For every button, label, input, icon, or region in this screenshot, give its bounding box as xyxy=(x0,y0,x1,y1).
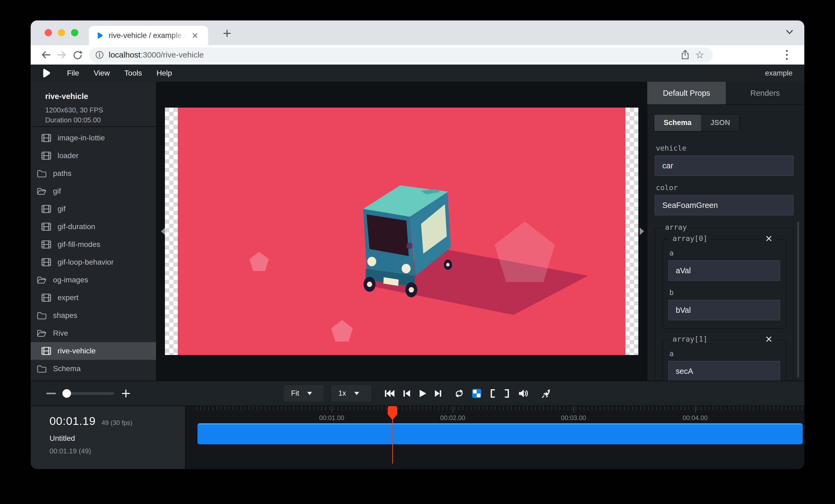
minimize-window-button[interactable] xyxy=(58,29,65,36)
loop-icon xyxy=(454,388,464,398)
sidebar-folder-rive[interactable]: Rive xyxy=(30,324,156,342)
loop-toggle-button[interactable] xyxy=(454,388,464,398)
zoom-out-button[interactable] xyxy=(46,393,56,394)
folder-open-icon xyxy=(37,329,46,337)
sidebar-folder-og-images[interactable]: og-images xyxy=(30,271,156,289)
browser-tab[interactable]: rive-vehicle / example - Remoti xyxy=(89,26,208,45)
ruler-major-tick xyxy=(332,406,332,413)
close-window-button[interactable] xyxy=(45,29,52,36)
sidebar-item-gif-loop-behavior[interactable]: gif-loop-behavior xyxy=(30,253,156,271)
timeline: 00:01.19 49 (30 fps) Untitled 00:01.19 (… xyxy=(30,405,805,469)
sidebar-folder-shapes[interactable]: shapes xyxy=(30,307,156,324)
toggle-buttons xyxy=(454,388,529,399)
fullscreen-window-button[interactable] xyxy=(71,29,78,36)
film-icon xyxy=(41,240,51,249)
array-item-0-label: array[0] xyxy=(669,234,711,243)
tab-search-button[interactable] xyxy=(785,28,794,37)
back-button[interactable] xyxy=(38,47,54,63)
sidebar-item-image-in-lottie[interactable]: image-in-lottie xyxy=(30,129,156,147)
remove-array-item-0-button[interactable] xyxy=(762,235,776,242)
array-item-1: array[1] a b xyxy=(662,340,786,381)
chevron-down-icon xyxy=(307,392,312,398)
share-button[interactable] xyxy=(678,48,692,62)
address-bar[interactable]: localhost:3000/rive-vehicle ☆ xyxy=(89,47,713,62)
array-0-a-input[interactable] xyxy=(668,260,780,281)
render-button[interactable] xyxy=(541,388,551,399)
sidebar-folder-schema[interactable]: Schema xyxy=(30,360,156,378)
folder-icon xyxy=(37,364,46,373)
timeline-zoom-slider[interactable] xyxy=(63,392,114,395)
props-panel-scrollbar[interactable] xyxy=(797,222,799,377)
color-input[interactable] xyxy=(655,195,794,215)
close-icon xyxy=(765,235,773,242)
current-frame-label: 49 (30 fps) xyxy=(102,419,133,426)
remotion-logo-icon[interactable] xyxy=(40,68,51,79)
sidebar-item-gif-duration[interactable]: gif-duration xyxy=(30,218,156,236)
array-1-a-input[interactable] xyxy=(668,361,780,381)
zoom-slider-thumb[interactable] xyxy=(62,389,71,398)
timeline-track[interactable] xyxy=(198,423,803,444)
sidebar-item-loader[interactable]: loader xyxy=(30,147,156,165)
sidebar-item-rive-vehicle[interactable]: rive-vehicle xyxy=(30,342,156,360)
toggle-schema[interactable]: Schema xyxy=(654,114,701,131)
jump-to-start-button[interactable] xyxy=(384,389,395,398)
next-frame-button[interactable] xyxy=(434,389,442,398)
item-label: rive-vehicle xyxy=(58,346,96,355)
share-icon xyxy=(680,49,690,60)
rocket-icon xyxy=(541,388,551,399)
sidebar-item-gif-fill-modes[interactable]: gif-fill-modes xyxy=(30,236,156,253)
fit-dropdown[interactable]: Fit xyxy=(284,385,324,402)
timeline-zoom-controls xyxy=(46,388,131,398)
new-tab-button[interactable] xyxy=(220,26,234,40)
step-back-icon xyxy=(403,389,410,398)
speed-dropdown[interactable]: 1x xyxy=(331,385,371,402)
url-text[interactable]: localhost:3000/rive-vehicle xyxy=(109,50,204,59)
field-label-a: a xyxy=(669,349,780,358)
ruler-major-tick xyxy=(695,406,696,413)
menu-view[interactable]: View xyxy=(86,69,117,78)
mute-toggle-button[interactable] xyxy=(518,388,529,399)
star-icon: ☆ xyxy=(695,50,704,60)
ruler-label: 00:02.00 xyxy=(440,414,465,422)
reload-button[interactable] xyxy=(69,47,85,63)
timeline-tracks-area[interactable]: 00:01.00 00:02.00 00:03.00 00:04.00 xyxy=(186,406,805,469)
browser-tab-strip: rive-vehicle / example - Remoti xyxy=(30,20,805,45)
timeline-playhead[interactable] xyxy=(388,406,397,420)
tab-default-props[interactable]: Default Props xyxy=(647,82,726,104)
toggle-json[interactable]: JSON xyxy=(701,114,740,131)
previous-frame-button[interactable] xyxy=(403,389,410,398)
item-label: gif-fill-modes xyxy=(58,240,100,249)
forward-button[interactable] xyxy=(54,47,69,63)
sidebar-folder-gif[interactable]: gif xyxy=(30,182,156,200)
folder-open-icon xyxy=(37,276,46,284)
browser-menu-button[interactable] xyxy=(780,48,794,62)
sidebar-item-gif[interactable]: gif xyxy=(30,200,156,218)
array-0-b-input[interactable] xyxy=(668,300,780,320)
menu-tools[interactable]: Tools xyxy=(117,69,149,78)
collapse-sidebar-arrow[interactable] xyxy=(161,228,165,235)
compositions-sidebar: rive-vehicle 1200x630, 30 FPS Duration 0… xyxy=(30,82,157,381)
menu-help[interactable]: Help xyxy=(149,69,179,78)
film-icon xyxy=(41,223,51,231)
sidebar-item-expert[interactable]: expert xyxy=(30,289,156,307)
tab-close-button[interactable] xyxy=(191,32,199,39)
ruler-label: 00:03.00 xyxy=(561,414,586,422)
tab-renders[interactable]: Renders xyxy=(726,82,805,104)
vehicle-input[interactable] xyxy=(655,155,794,176)
film-icon xyxy=(41,346,51,355)
zoom-in-button[interactable] xyxy=(121,388,131,398)
collapse-props-panel-arrow[interactable] xyxy=(640,228,644,235)
ruler-major-tick xyxy=(573,406,574,413)
set-in-point-button[interactable] xyxy=(489,388,496,398)
van-illustration xyxy=(178,108,626,355)
bookmark-button[interactable]: ☆ xyxy=(692,48,707,62)
remove-array-item-1-button[interactable] xyxy=(762,335,776,343)
sidebar-folder-paths[interactable]: paths xyxy=(30,165,156,182)
film-icon xyxy=(41,151,51,160)
play-button[interactable] xyxy=(418,389,427,398)
forward-arrow-icon xyxy=(56,50,67,60)
menu-file[interactable]: File xyxy=(60,69,86,78)
transparency-toggle-button[interactable] xyxy=(472,388,482,398)
set-out-point-button[interactable] xyxy=(504,388,511,398)
site-info-icon[interactable] xyxy=(95,50,104,60)
